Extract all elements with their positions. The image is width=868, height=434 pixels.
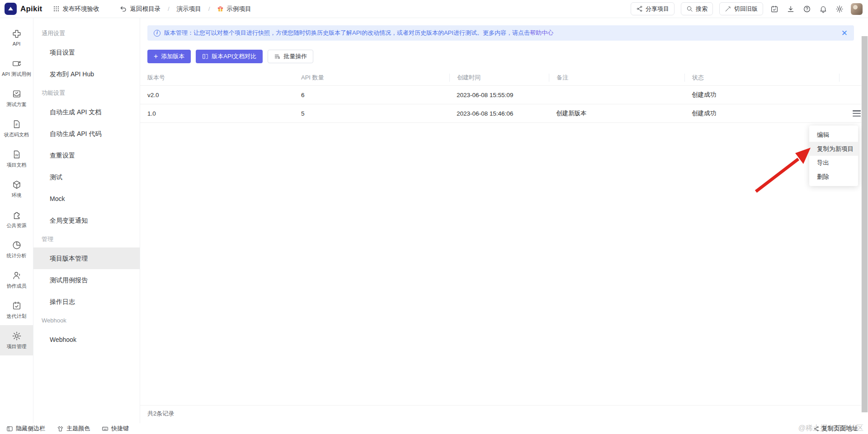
brand-title: Apikit	[20, 5, 42, 14]
breadcrumb-sample-project[interactable]: 示例项目	[214, 3, 254, 15]
help-button[interactable]	[802, 4, 812, 14]
add-version-label: 添加版本	[161, 52, 184, 61]
share-icon	[636, 5, 643, 12]
shortcuts-button[interactable]: 快捷键	[102, 425, 129, 433]
breadcrumb-sample-label: 示例项目	[226, 5, 251, 13]
sidebar-item-iteration-plan[interactable]: 迭代计划	[0, 295, 33, 325]
cell-note: 创建新版本	[549, 109, 684, 117]
submenu-item-mock[interactable]: Mock	[33, 188, 140, 210]
submenu-item-webhook[interactable]: Webhook	[33, 329, 140, 350]
table-header-row: 版本号 API 数量 创建时间 备注 状态	[140, 70, 868, 86]
submenu-item-auto-api-code[interactable]: 自动生成 API 代码	[33, 123, 140, 145]
scrollbar-thumb[interactable]	[862, 36, 868, 412]
project-management-gear-icon	[12, 331, 22, 341]
notifications-bell-button[interactable]	[818, 4, 828, 14]
svg-text:#: #	[15, 122, 18, 126]
back-root-nav[interactable]: 返回根目录	[117, 3, 163, 15]
sidebar-item-environment[interactable]: 环境	[0, 174, 33, 204]
sidebar-item-label: 测试方案	[7, 101, 27, 108]
submenu-item-auto-api-doc[interactable]: 自动生成 API 文档	[33, 101, 140, 123]
submenu-group-title: 功能设置	[33, 85, 140, 101]
publish-env-nav[interactable]: 发布环境验收	[50, 3, 102, 15]
submenu-item-dedup-settings[interactable]: 查重设置	[33, 145, 140, 166]
user-avatar[interactable]	[851, 3, 863, 15]
breadcrumb-project[interactable]: 演示项目	[174, 3, 204, 15]
submenu-item-project-version-management[interactable]: 项目版本管理	[33, 247, 140, 269]
banner-close-icon[interactable]: ✕	[841, 29, 848, 37]
share-project-button[interactable]: 分享项目	[631, 2, 675, 15]
context-menu-item-edit[interactable]: 编辑	[809, 128, 858, 142]
table-row[interactable]: v2.0 6 2023-06-08 15:55:09 创建成功	[140, 86, 868, 104]
icon-sidebar: API API 测试用例 测试方案 # 状态码文档 W 项目文档 环境	[0, 18, 33, 423]
sidebar-item-project-doc[interactable]: W 项目文档	[0, 144, 33, 174]
hide-sidebar-label: 隐藏侧边栏	[16, 425, 45, 433]
column-header-status[interactable]: 状态	[684, 74, 839, 82]
tshirt-icon	[57, 425, 64, 432]
sidebar-item-members[interactable]: 协作成员	[0, 265, 33, 295]
compare-api-doc-button[interactable]: 版本API文档对比	[196, 50, 263, 63]
sidebar-item-api-test-case[interactable]: API 测试用例	[0, 53, 33, 83]
column-header-note[interactable]: 备注	[549, 74, 684, 82]
batch-actions-button[interactable]: 批量操作	[268, 50, 313, 63]
breadcrumb-project-label: 演示项目	[177, 5, 201, 13]
submenu-item-global-change-notify[interactable]: 全局变更通知	[33, 210, 140, 231]
search-button[interactable]: 搜索	[681, 2, 713, 15]
cell-api-count: 6	[294, 92, 449, 98]
api-icon	[12, 29, 22, 39]
download-button[interactable]	[786, 4, 796, 14]
sidebar-item-project-management[interactable]: 项目管理	[0, 325, 33, 355]
copy-page-address-button[interactable]: 复制页面地址	[813, 425, 858, 433]
calendar-check-button[interactable]	[769, 4, 779, 14]
switch-old-version-button[interactable]: 切回旧版	[719, 2, 763, 15]
help-center-link[interactable]: 帮助中心	[530, 29, 553, 36]
sidebar-item-statistics[interactable]: 统计分析	[0, 234, 33, 265]
submenu-item-test-case-report[interactable]: 测试用例报告	[33, 269, 140, 291]
context-menu-item-delete[interactable]: 删除	[809, 170, 858, 184]
submenu-item-project-settings[interactable]: 项目设置	[33, 42, 140, 63]
theme-color-label: 主题颜色	[66, 425, 90, 433]
sidebar-item-label: 环境	[12, 192, 22, 199]
sidebar-item-test-plan[interactable]: 测试方案	[0, 83, 33, 113]
column-header-created[interactable]: 创建时间	[449, 74, 549, 82]
compare-icon	[202, 53, 208, 60]
test-plan-icon	[12, 89, 22, 99]
main-content: i 版本管理：让您可以对整个项目进行快照，方便您随时切换历史版本了解API的改动…	[140, 18, 868, 423]
version-toolbar: + 添加版本 版本API文档对比	[147, 50, 854, 63]
compare-api-doc-label: 版本API文档对比	[212, 52, 256, 61]
table-row[interactable]: 1.0 5 2023-06-08 15:46:06 创建新版本 创建成功	[140, 104, 868, 123]
theme-color-button[interactable]: 主题颜色	[57, 425, 90, 433]
iteration-calendar-icon	[12, 301, 22, 311]
cell-status: 创建成功	[684, 91, 839, 99]
submenu-item-operation-log[interactable]: 操作日志	[33, 291, 140, 313]
sidebar-item-label: 公共资源	[7, 222, 27, 229]
gift-icon	[217, 5, 224, 12]
column-header-version[interactable]: 版本号	[140, 74, 294, 82]
vertical-scrollbar[interactable]	[861, 36, 868, 412]
sidebar-item-label: 状态码文档	[4, 131, 29, 138]
column-header-api-count[interactable]: API 数量	[294, 74, 449, 82]
sidebar-item-label: 统计分析	[7, 252, 27, 259]
magic-wand-icon	[725, 5, 731, 12]
sidebar-item-label: API 测试用例	[2, 71, 31, 78]
submenu-group-title: Webhook	[33, 313, 140, 329]
cell-created: 2023-06-08 15:46:06	[449, 110, 549, 117]
switch-old-version-label: 切回旧版	[734, 5, 758, 13]
sidebar-item-status-code-doc[interactable]: # 状态码文档	[0, 113, 33, 144]
hide-sidebar-button[interactable]: 隐藏侧边栏	[6, 425, 45, 433]
cell-version: 1.0	[140, 110, 294, 117]
sidebar-item-api[interactable]: API	[0, 23, 33, 53]
sidebar-item-public-resource[interactable]: 公共资源	[0, 204, 33, 234]
context-menu-item-export[interactable]: 导出	[809, 156, 858, 170]
bottom-bar-right: @稀土掘金技术社区 复制页面地址	[760, 423, 863, 433]
apikit-logo-icon[interactable]	[5, 3, 17, 15]
copy-page-address-label: 复制页面地址	[821, 425, 858, 433]
settings-gear-button[interactable]	[835, 4, 844, 14]
submenu-item-publish-api-hub[interactable]: 发布到 API Hub	[33, 63, 140, 85]
row-actions-menu-icon[interactable]	[853, 110, 861, 117]
add-version-button[interactable]: + 添加版本	[147, 50, 191, 63]
keyboard-icon	[102, 425, 108, 432]
version-info-banner: i 版本管理：让您可以对整个项目进行快照，方便您随时切换历史版本了解API的改动…	[147, 25, 854, 41]
context-menu-item-copy-as-new-project[interactable]: 复制为新项目	[809, 142, 858, 156]
cell-status: 创建成功	[684, 109, 839, 117]
submenu-item-test[interactable]: 测试	[33, 166, 140, 188]
